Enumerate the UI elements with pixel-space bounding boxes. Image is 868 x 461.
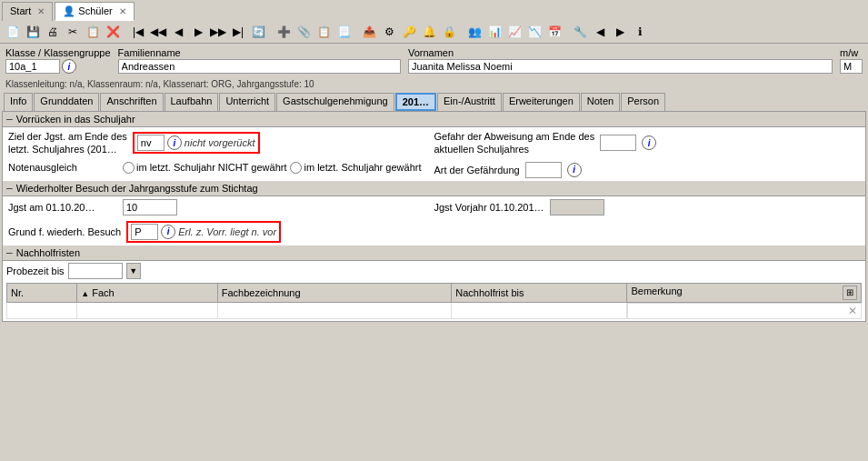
toolbar-next[interactable]: ▶	[189, 23, 207, 41]
tab-schueler[interactable]: 👤 Schüler ✕	[55, 2, 134, 21]
art-gefaehrdung-info-btn[interactable]: i	[567, 163, 582, 177]
gefahr-info-btn[interactable]: i	[642, 135, 656, 150]
nav-tab-person[interactable]: Person	[621, 93, 665, 111]
toolbar-back[interactable]: ◀	[591, 23, 609, 41]
klasse-info-btn[interactable]: i	[62, 59, 76, 74]
toolbar-export[interactable]: 📤	[360, 23, 378, 41]
toolbar-chart2[interactable]: 📈	[505, 23, 524, 41]
toolbar-copy[interactable]: 📋	[84, 23, 102, 41]
gefahr-label: Gefahr der Abweisung am Ende desaktuelle…	[434, 130, 595, 156]
toolbar-forward[interactable]: ▶	[611, 23, 629, 41]
radio-nicht-gewaehrt-input[interactable]	[123, 162, 135, 174]
tab-schueler-label: Schüler	[78, 5, 112, 16]
nav-tab-anschriften[interactable]: Anschriften	[100, 93, 163, 111]
col-nachholfrist[interactable]: Nachholfrist bis	[452, 283, 627, 302]
empty-cell-3	[217, 302, 452, 319]
jgst-vorjahr-input[interactable]	[550, 199, 604, 215]
klasse-label: Klasse / Klassengruppe	[5, 47, 111, 58]
toolbar-print[interactable]: 🖨	[44, 23, 62, 41]
toolbar-chart1[interactable]: 📊	[485, 23, 504, 41]
ziel-form-row: Ziel der Jgst. am Ende desletzt. Schulja…	[3, 127, 429, 159]
delete-row-btn[interactable]: ✕	[848, 305, 857, 317]
subheader: Klassenleitung: n/a, Klassenraum: n/a, K…	[0, 77, 868, 91]
table-body: ✕	[7, 302, 862, 319]
grund-input[interactable]	[131, 224, 158, 240]
nav-tab-info[interactable]: Info	[4, 93, 33, 111]
tab-start-close[interactable]: ✕	[37, 6, 45, 16]
toolbar-key[interactable]: 🔑	[400, 23, 418, 41]
toolbar-settings[interactable]: ⚙	[380, 23, 398, 41]
radio-gewaehrt[interactable]: im letzt. Schuljahr gewährt	[290, 162, 421, 174]
sort-icon: ▲	[81, 289, 89, 298]
gefahr-input[interactable]	[600, 135, 636, 151]
toolbar-clipboard[interactable]: 📋	[314, 23, 333, 41]
nav-tab-gastschule[interactable]: Gastschulgenehmigung	[276, 93, 394, 111]
col-fachbez-label: Fachbezeichnung	[222, 287, 301, 298]
tab-start-label: Start	[10, 5, 31, 16]
toolbar-add[interactable]: ➕	[274, 23, 293, 41]
tab-start[interactable]: Start ✕	[2, 2, 53, 21]
radio-gewaehrt-input[interactable]	[290, 162, 302, 174]
table-header-row: Nr. ▲ Fach Fachbezeichnung Nachholfrist …	[7, 283, 862, 302]
toolbar-prev2[interactable]: ◀◀	[149, 23, 167, 41]
ziel-input[interactable]	[137, 135, 165, 151]
toolbar-lock[interactable]: 🔒	[440, 23, 458, 41]
klasse-input[interactable]	[5, 59, 60, 74]
wiederholer-title: Wiederholter Besuch der Jahrgangsstufe z…	[16, 183, 258, 194]
mw-input[interactable]	[840, 59, 863, 74]
toolbar-calendar[interactable]: 📅	[545, 23, 564, 41]
col-bemerkung[interactable]: Bemerkung ⊞	[627, 283, 862, 302]
toolbar-next2[interactable]: ▶▶	[209, 23, 227, 41]
toolbar-refresh[interactable]: 🔄	[249, 23, 267, 41]
toolbar-new[interactable]: 📄	[4, 23, 22, 41]
nav-tab-laufbahn[interactable]: Laufbahn	[165, 93, 219, 111]
col-fach[interactable]: ▲ Fach	[77, 283, 218, 302]
grid-settings-btn[interactable]: ⊞	[843, 286, 857, 300]
art-gefaehrdung-input[interactable]	[525, 162, 562, 178]
radio-nicht-gewaehrt-label: im letzt. Schuljahr NICHT gewährt	[136, 162, 286, 173]
jgst-input[interactable]	[123, 199, 177, 215]
mw-field-group: m/w	[840, 47, 863, 74]
nachholfristen-section-header: Nachholfristen	[3, 246, 865, 261]
ziel-info-btn[interactable]: i	[167, 135, 182, 150]
empty-cell-4	[452, 302, 627, 319]
empty-cell-5: ✕	[627, 303, 861, 319]
toolbar-chart3[interactable]: 📉	[525, 23, 544, 41]
toolbar-attach[interactable]: 📎	[294, 23, 313, 41]
familienname-input[interactable]	[118, 59, 401, 74]
gefahr-col: Gefahr der Abweisung am Ende desaktuelle…	[429, 127, 866, 159]
grund-hint: Erl. z. Vorr. liegt n. vor	[178, 226, 276, 237]
col-nr[interactable]: Nr.	[7, 283, 77, 302]
ziel-col: Ziel der Jgst. am Ende desletzt. Schulja…	[3, 127, 429, 159]
probezeit-input[interactable]	[68, 263, 123, 279]
vornamen-field-group: Vornamen	[408, 47, 833, 74]
toolbar-wrench[interactable]: 🔧	[571, 23, 589, 41]
toolbar-last[interactable]: ▶|	[229, 23, 247, 41]
toolbar-cut[interactable]: ✂	[64, 23, 82, 41]
nav-tab-unterricht[interactable]: Unterricht	[219, 93, 275, 111]
grund-info-btn[interactable]: i	[161, 225, 175, 239]
nav-tab-grunddaten[interactable]: Grunddaten	[34, 93, 99, 111]
nav-tab-einaustritt[interactable]: Ein-/Austritt	[437, 93, 502, 111]
toolbar-save[interactable]: 💾	[24, 23, 42, 41]
vorruecken-row1: Ziel der Jgst. am Ende desletzt. Schulja…	[3, 127, 865, 159]
mw-label: m/w	[840, 47, 863, 58]
tab-schueler-close[interactable]: ✕	[119, 6, 126, 16]
ziel-hint: nicht vorgerückt	[185, 137, 255, 148]
col-fachbez[interactable]: Fachbezeichnung	[217, 283, 452, 302]
vornamen-input[interactable]	[408, 59, 833, 74]
notenausgleich-radio-group: im letzt. Schuljahr NICHT gewährt im let…	[123, 162, 421, 174]
toolbar-prev[interactable]: ◀	[169, 23, 187, 41]
toolbar-alert[interactable]: 🔔	[420, 23, 438, 41]
toolbar-first[interactable]: |◀	[129, 23, 147, 41]
nav-tab-erweiterungen[interactable]: Erweiterungen	[503, 93, 580, 111]
jgst-label: Jgst am 01.10.20…	[8, 202, 117, 213]
toolbar-doc[interactable]: 📃	[334, 23, 353, 41]
nav-tab-noten[interactable]: Noten	[581, 93, 620, 111]
radio-nicht-gewaehrt[interactable]: im letzt. Schuljahr NICHT gewährt	[123, 162, 286, 174]
nav-tab-201[interactable]: 201…	[395, 93, 436, 111]
toolbar-delete[interactable]: ❌	[104, 23, 122, 41]
toolbar-info[interactable]: ℹ	[631, 23, 649, 41]
toolbar-users[interactable]: 👥	[465, 23, 484, 41]
probezeit-dropdown-btn[interactable]: ▼	[126, 263, 141, 279]
